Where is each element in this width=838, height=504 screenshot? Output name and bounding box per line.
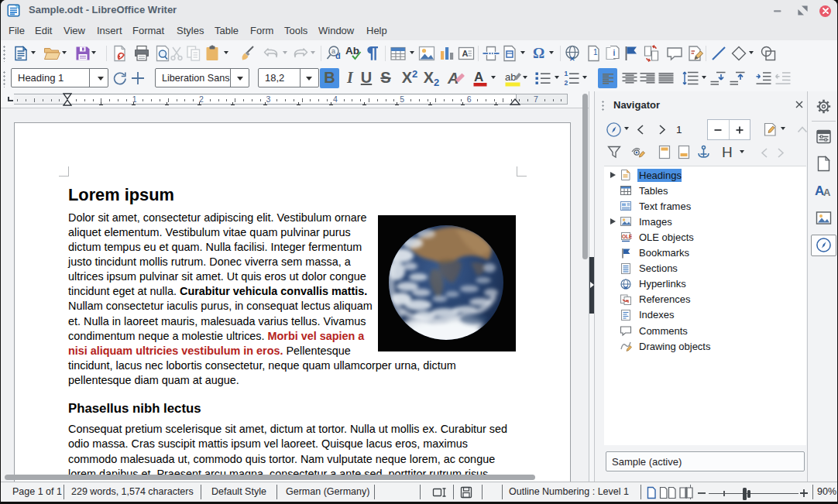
svg-text:A: A <box>462 49 469 58</box>
svg-text:2: 2 <box>565 79 568 87</box>
svg-text:Ω: Ω <box>533 45 544 61</box>
svg-text:ab: ab <box>505 71 516 83</box>
svg-text:Ab: Ab <box>345 45 359 57</box>
svg-text:✕: ✕ <box>569 55 575 63</box>
svg-text:A: A <box>474 70 483 84</box>
svg-text:1: 1 <box>565 70 568 77</box>
svg-text:1: 1 <box>593 48 598 57</box>
svg-text:OLE: OLE <box>622 234 632 239</box>
svg-text:d: d <box>335 51 341 60</box>
svg-text:i: i <box>613 49 616 57</box>
